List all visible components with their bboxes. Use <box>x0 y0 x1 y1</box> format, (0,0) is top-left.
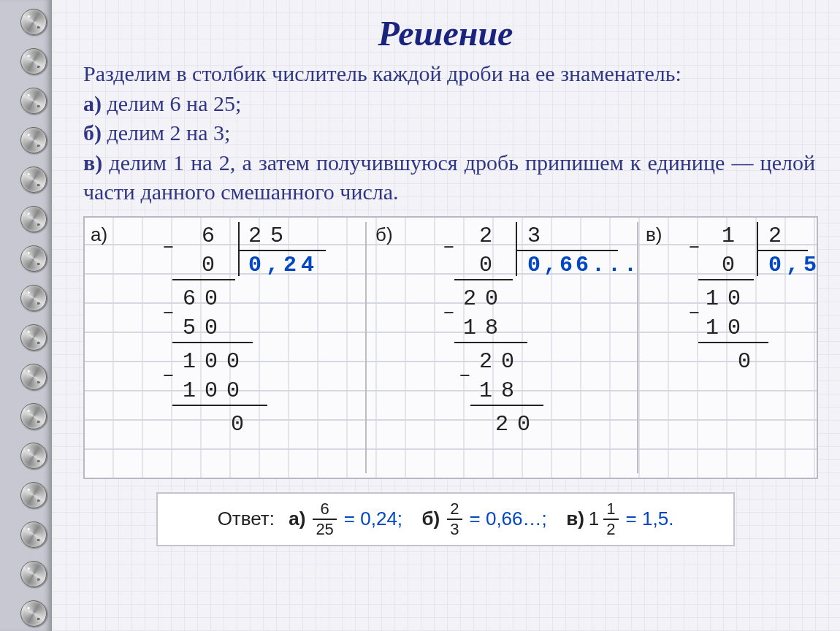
row: 20 <box>479 349 523 374</box>
rule <box>470 405 543 406</box>
minus-icon: – <box>162 235 175 258</box>
row: 0 <box>202 253 224 278</box>
ring-icon <box>20 324 47 351</box>
divisor-underline <box>516 250 618 251</box>
answer-c-value: = 1,5. <box>626 508 674 530</box>
row: 20 <box>463 286 507 311</box>
ring-icon <box>20 206 47 232</box>
divisor: 25 <box>248 223 292 248</box>
row: 50 <box>183 316 226 340</box>
answer-bar: Ответ: а) 6 25 = 0,24; б) 2 3 = 0,66…; в… <box>156 492 735 546</box>
rule <box>698 342 768 343</box>
minus-icon: – <box>688 235 700 258</box>
quotient: 0,5 <box>768 253 821 278</box>
rule <box>172 405 267 406</box>
row: 0 <box>738 349 760 374</box>
divisor-underline <box>238 250 326 251</box>
ring-icon <box>20 245 47 272</box>
dividend: 1 <box>722 223 744 248</box>
dividend: 6 <box>202 223 224 248</box>
minus-icon: – <box>459 364 471 386</box>
item-a-label: а) <box>83 91 102 115</box>
ring-icon <box>20 167 47 193</box>
page-title: Решение <box>51 13 840 53</box>
rule <box>172 279 235 280</box>
frac-den: 2 <box>603 521 618 538</box>
divisor-bar <box>757 222 758 276</box>
row: 0 <box>479 253 501 278</box>
frac-num: 6 <box>317 501 332 517</box>
ring-icon <box>20 521 47 548</box>
row: 10 <box>706 316 749 340</box>
quotient: 0,66... <box>527 253 640 278</box>
minus-icon: – <box>162 301 175 324</box>
frac-den: 25 <box>313 521 336 538</box>
ring-icon <box>20 561 47 587</box>
answer-prefix: Ответ: <box>218 508 275 530</box>
division-b-label: б) <box>375 223 393 246</box>
quotient: 0,24 <box>248 253 318 278</box>
division-c-label: в) <box>646 223 662 246</box>
dividend: 2 <box>479 223 501 248</box>
divisor: 2 <box>768 223 790 248</box>
minus-icon: – <box>443 235 455 258</box>
answer-a-label: а) <box>289 508 305 530</box>
minus-icon: – <box>688 301 700 324</box>
intro-text: Разделим в столбик числитель каждой дроб… <box>51 59 840 207</box>
ring-icon <box>20 403 47 429</box>
row: 18 <box>463 316 507 340</box>
rule <box>454 342 527 343</box>
intro-line: Разделим в столбик числитель каждой дроб… <box>83 61 681 85</box>
answer-a-value: = 0,24; <box>344 508 402 530</box>
fraction-b: 2 3 <box>447 501 462 538</box>
divisor-bar <box>238 222 240 276</box>
item-b-label: б) <box>83 121 102 145</box>
row: 0 <box>722 253 744 278</box>
divisor: 3 <box>527 223 549 248</box>
row: 10 <box>706 286 749 311</box>
item-b-text: делим 2 на 3; <box>102 121 230 145</box>
answer-b-label: б) <box>422 508 440 530</box>
item-c-text: делим 1 на 2, а затем получившуюся дробь… <box>83 150 815 204</box>
divisor-underline <box>757 250 808 251</box>
long-division-work: а) 6 25 0,24 – 0 60 – 50 100 – 100 0 б) … <box>83 216 818 479</box>
ring-icon <box>20 127 47 153</box>
mixed-number-c: 1 1 2 <box>589 501 622 538</box>
divisor-bar <box>516 222 517 276</box>
minus-icon: – <box>162 364 175 386</box>
frac-num: 1 <box>603 501 618 517</box>
column-divider <box>365 222 367 473</box>
row: 60 <box>183 286 226 311</box>
ring-icon <box>20 285 47 311</box>
row: 100 <box>183 378 248 403</box>
rule <box>698 279 754 280</box>
answer-c-label: в) <box>566 508 584 530</box>
ring-icon <box>20 443 47 469</box>
division-a-label: а) <box>91 223 107 246</box>
fraction-c: 1 2 <box>603 501 618 538</box>
ring-icon <box>20 482 47 508</box>
row: 18 <box>479 378 523 403</box>
rule <box>454 279 513 280</box>
ring-icon <box>20 364 47 390</box>
row: 100 <box>183 349 248 374</box>
ring-icon <box>20 88 47 114</box>
spiral-binding <box>0 0 52 631</box>
row: 20 <box>495 412 539 437</box>
ring-icon <box>20 9 47 35</box>
fraction-a: 6 25 <box>313 501 336 538</box>
frac-num: 2 <box>447 501 462 517</box>
ring-icon <box>20 48 47 74</box>
row: 0 <box>231 412 253 437</box>
answer-b-value: = 0,66…; <box>470 508 547 530</box>
item-a-text: делим 6 на 25; <box>102 91 241 115</box>
frac-den: 3 <box>447 521 462 538</box>
rule <box>172 342 253 343</box>
ring-icon <box>20 600 47 627</box>
mixed-whole: 1 <box>589 508 599 530</box>
item-c-label: в) <box>83 150 102 175</box>
minus-icon: – <box>443 301 455 324</box>
